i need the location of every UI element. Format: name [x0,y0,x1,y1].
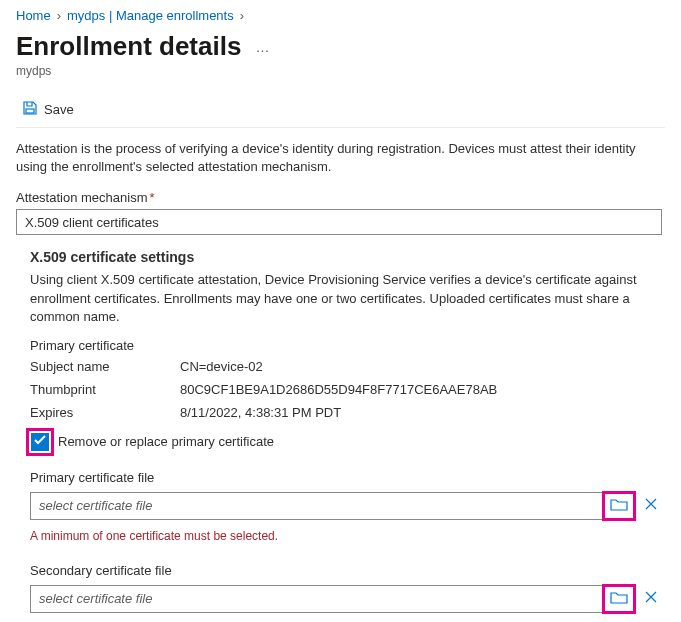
breadcrumb-home[interactable]: Home [16,8,51,23]
attestation-mechanism-value: X.509 client certificates [25,215,159,230]
breadcrumb: Home › mydps | Manage enrollments › [16,8,665,23]
thumbprint-label: Thumbprint [30,382,180,397]
chevron-right-icon: › [240,8,244,23]
expires-value: 8/11/2022, 4:38:31 PM PDT [180,405,662,420]
save-label: Save [44,102,74,117]
save-button[interactable]: Save [18,98,78,121]
secondary-file-label: Secondary certificate file [30,563,662,578]
primary-certificate-label: Primary certificate [30,338,662,353]
expires-label: Expires [30,405,180,420]
x509-description: Using client X.509 certificate attestati… [30,271,662,326]
remove-replace-label: Remove or replace primary certificate [58,434,274,449]
svg-rect-0 [26,109,34,113]
attestation-mechanism-dropdown[interactable]: X.509 client certificates [16,209,662,235]
secondary-file-input[interactable]: select certificate file [30,585,603,613]
primary-file-placeholder: select certificate file [39,498,152,513]
remove-replace-checkbox[interactable] [31,433,49,451]
subject-name-label: Subject name [30,359,180,374]
primary-browse-button[interactable] [605,494,633,518]
folder-icon [610,497,628,514]
required-indicator: * [150,190,155,205]
secondary-file-placeholder: select certificate file [39,591,152,606]
highlight-box [602,584,636,614]
highlight-box [26,428,54,456]
secondary-clear-button[interactable] [640,585,662,613]
primary-clear-button[interactable] [640,492,662,520]
x509-heading: X.509 certificate settings [30,249,662,265]
thumbprint-value: 80C9CF1BE9A1D2686D55D94F8F7717CE6AAE78AB [180,382,662,397]
x509-settings-section: X.509 certificate settings Using client … [16,249,662,614]
breadcrumb-manage-enrollments[interactable]: mydps | Manage enrollments [67,8,234,23]
primary-file-label: Primary certificate file [30,470,662,485]
page-subtitle: mydps [16,64,665,78]
primary-file-input[interactable]: select certificate file [30,492,603,520]
certificate-error-message: A minimum of one certificate must be sel… [30,529,662,543]
save-icon [22,100,38,119]
secondary-browse-button[interactable] [605,587,633,611]
folder-icon [610,590,628,607]
command-bar: Save [16,92,665,128]
highlight-box [602,491,636,521]
attestation-mechanism-label: Attestation mechanism* [16,190,665,205]
close-icon [644,590,658,607]
checkmark-icon [33,433,47,450]
subject-name-value: CN=device-02 [180,359,662,374]
close-icon [644,497,658,514]
more-actions-button[interactable]: … [251,37,273,57]
attestation-description: Attestation is the process of verifying … [16,140,656,176]
page-title: Enrollment details [16,31,241,62]
chevron-right-icon: › [57,8,61,23]
